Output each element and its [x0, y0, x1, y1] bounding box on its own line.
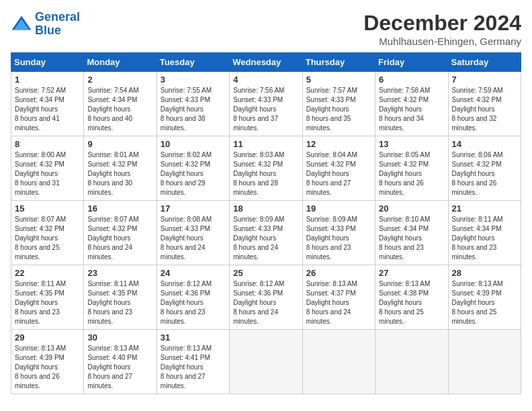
calendar-cell: 27 Sunrise: 8:13 AM Sunset: 4:38 PM Dayl… — [375, 265, 448, 330]
calendar-cell — [375, 330, 448, 394]
cell-info: Sunrise: 8:13 AM Sunset: 4:41 PM Dayligh… — [161, 344, 226, 391]
col-wednesday: Wednesday — [230, 53, 302, 72]
calendar-cell: 19 Sunrise: 8:09 AM Sunset: 4:33 PM Dayl… — [302, 201, 375, 265]
day-number: 13 — [379, 139, 444, 149]
cell-info: Sunrise: 7:55 AM Sunset: 4:33 PM Dayligh… — [161, 86, 226, 133]
page-header: General Blue December 2024 Muhlhausen-Eh… — [11, 11, 521, 47]
cell-info: Sunrise: 8:13 AM Sunset: 4:40 PM Dayligh… — [87, 344, 152, 391]
day-number: 16 — [87, 203, 152, 214]
col-sunday: Sunday — [11, 53, 84, 72]
calendar-cell — [448, 330, 521, 394]
calendar-cell: 4 Sunrise: 7:56 AM Sunset: 4:33 PM Dayli… — [230, 72, 302, 136]
cell-info: Sunrise: 8:09 AM Sunset: 4:33 PM Dayligh… — [306, 215, 371, 262]
cell-info: Sunrise: 7:52 AM Sunset: 4:34 PM Dayligh… — [15, 86, 80, 133]
cell-info: Sunrise: 8:10 AM Sunset: 4:34 PM Dayligh… — [379, 215, 444, 262]
day-number: 2 — [87, 75, 152, 85]
calendar-cell: 30 Sunrise: 8:13 AM Sunset: 4:40 PM Dayl… — [84, 330, 157, 394]
day-number: 17 — [161, 203, 226, 214]
cell-info: Sunrise: 8:08 AM Sunset: 4:33 PM Dayligh… — [161, 215, 226, 262]
calendar-cell: 10 Sunrise: 8:02 AM Sunset: 4:32 PM Dayl… — [157, 136, 229, 201]
day-number: 5 — [306, 75, 371, 85]
day-number: 12 — [306, 139, 371, 149]
calendar-cell — [302, 330, 375, 394]
cell-info: Sunrise: 8:11 AM Sunset: 4:34 PM Dayligh… — [452, 215, 517, 262]
header-row: Sunday Monday Tuesday Wednesday Thursday… — [11, 53, 521, 72]
day-number: 7 — [452, 75, 517, 85]
cell-info: Sunrise: 7:56 AM Sunset: 4:33 PM Dayligh… — [233, 86, 298, 133]
calendar-cell: 31 Sunrise: 8:13 AM Sunset: 4:41 PM Dayl… — [157, 330, 229, 394]
calendar-cell: 28 Sunrise: 8:13 AM Sunset: 4:39 PM Dayl… — [448, 265, 521, 330]
cell-info: Sunrise: 8:02 AM Sunset: 4:32 PM Dayligh… — [161, 150, 226, 197]
calendar-cell: 24 Sunrise: 8:12 AM Sunset: 4:36 PM Dayl… — [157, 265, 229, 330]
cell-info: Sunrise: 7:54 AM Sunset: 4:34 PM Dayligh… — [87, 86, 152, 133]
calendar-cell — [230, 330, 302, 394]
calendar-week-3: 15 Sunrise: 8:07 AM Sunset: 4:32 PM Dayl… — [11, 201, 521, 265]
calendar-week-5: 29 Sunrise: 8:13 AM Sunset: 4:39 PM Dayl… — [11, 330, 521, 394]
calendar-table: Sunday Monday Tuesday Wednesday Thursday… — [11, 52, 521, 394]
calendar-cell: 29 Sunrise: 8:13 AM Sunset: 4:39 PM Dayl… — [11, 330, 84, 394]
day-number: 6 — [379, 75, 444, 85]
day-number: 20 — [379, 203, 444, 214]
day-number: 10 — [161, 139, 226, 149]
calendar-cell: 11 Sunrise: 8:03 AM Sunset: 4:32 PM Dayl… — [230, 136, 302, 201]
calendar-cell: 20 Sunrise: 8:10 AM Sunset: 4:34 PM Dayl… — [375, 201, 448, 265]
cell-info: Sunrise: 8:03 AM Sunset: 4:32 PM Dayligh… — [233, 150, 298, 197]
calendar-cell: 9 Sunrise: 8:01 AM Sunset: 4:32 PM Dayli… — [84, 136, 157, 201]
cell-info: Sunrise: 8:07 AM Sunset: 4:32 PM Dayligh… — [15, 215, 80, 262]
title-block: December 2024 Muhlhausen-Ehingen, German… — [363, 11, 521, 47]
cell-info: Sunrise: 7:59 AM Sunset: 4:32 PM Dayligh… — [452, 86, 517, 133]
day-number: 24 — [161, 268, 226, 278]
cell-info: Sunrise: 8:13 AM Sunset: 4:38 PM Dayligh… — [379, 279, 444, 326]
cell-info: Sunrise: 8:07 AM Sunset: 4:32 PM Dayligh… — [87, 215, 152, 262]
day-number: 18 — [233, 203, 298, 214]
day-number: 3 — [161, 75, 226, 85]
cell-info: Sunrise: 7:57 AM Sunset: 4:33 PM Dayligh… — [306, 86, 371, 133]
calendar-cell: 18 Sunrise: 8:09 AM Sunset: 4:33 PM Dayl… — [230, 201, 302, 265]
calendar-cell: 16 Sunrise: 8:07 AM Sunset: 4:32 PM Dayl… — [84, 201, 157, 265]
calendar-cell: 8 Sunrise: 8:00 AM Sunset: 4:32 PM Dayli… — [11, 136, 84, 201]
cell-info: Sunrise: 8:05 AM Sunset: 4:32 PM Dayligh… — [379, 150, 444, 197]
cell-info: Sunrise: 8:01 AM Sunset: 4:32 PM Dayligh… — [87, 150, 152, 197]
cell-info: Sunrise: 8:11 AM Sunset: 4:35 PM Dayligh… — [15, 279, 80, 326]
day-number: 9 — [87, 139, 152, 149]
day-number: 25 — [233, 268, 298, 278]
calendar-cell: 26 Sunrise: 8:13 AM Sunset: 4:37 PM Dayl… — [302, 265, 375, 330]
cell-info: Sunrise: 8:09 AM Sunset: 4:33 PM Dayligh… — [233, 215, 298, 262]
col-saturday: Saturday — [448, 53, 521, 72]
calendar-cell: 12 Sunrise: 8:04 AM Sunset: 4:32 PM Dayl… — [302, 136, 375, 201]
day-number: 11 — [233, 139, 298, 149]
calendar-cell: 21 Sunrise: 8:11 AM Sunset: 4:34 PM Dayl… — [448, 201, 521, 265]
day-number: 4 — [233, 75, 298, 85]
calendar-week-4: 22 Sunrise: 8:11 AM Sunset: 4:35 PM Dayl… — [11, 265, 521, 330]
cell-info: Sunrise: 8:04 AM Sunset: 4:32 PM Dayligh… — [306, 150, 371, 197]
day-number: 28 — [452, 268, 517, 278]
cell-info: Sunrise: 8:13 AM Sunset: 4:37 PM Dayligh… — [306, 279, 371, 326]
cell-info: Sunrise: 8:12 AM Sunset: 4:36 PM Dayligh… — [161, 279, 226, 326]
cell-info: Sunrise: 7:58 AM Sunset: 4:32 PM Dayligh… — [379, 86, 444, 133]
logo-icon — [11, 15, 32, 34]
day-number: 21 — [452, 203, 517, 214]
calendar-cell: 13 Sunrise: 8:05 AM Sunset: 4:32 PM Dayl… — [375, 136, 448, 201]
calendar-cell: 7 Sunrise: 7:59 AM Sunset: 4:32 PM Dayli… — [448, 72, 521, 136]
day-number: 1 — [15, 75, 80, 85]
logo-line1: General — [35, 10, 80, 24]
calendar-title: December 2024 — [363, 11, 521, 36]
cell-info: Sunrise: 8:11 AM Sunset: 4:35 PM Dayligh… — [87, 279, 152, 326]
calendar-cell: 23 Sunrise: 8:11 AM Sunset: 4:35 PM Dayl… — [84, 265, 157, 330]
day-number: 30 — [87, 332, 152, 342]
cell-info: Sunrise: 8:12 AM Sunset: 4:36 PM Dayligh… — [233, 279, 298, 326]
day-number: 27 — [379, 268, 444, 278]
col-tuesday: Tuesday — [157, 53, 229, 72]
day-number: 22 — [15, 268, 80, 278]
calendar-cell: 15 Sunrise: 8:07 AM Sunset: 4:32 PM Dayl… — [11, 201, 84, 265]
calendar-week-2: 8 Sunrise: 8:00 AM Sunset: 4:32 PM Dayli… — [11, 136, 521, 201]
calendar-subtitle: Muhlhausen-Ehingen, Germany — [363, 36, 521, 47]
col-monday: Monday — [84, 53, 157, 72]
cell-info: Sunrise: 8:13 AM Sunset: 4:39 PM Dayligh… — [15, 344, 80, 391]
cell-info: Sunrise: 8:06 AM Sunset: 4:32 PM Dayligh… — [452, 150, 517, 197]
calendar-cell: 14 Sunrise: 8:06 AM Sunset: 4:32 PM Dayl… — [448, 136, 521, 201]
cell-info: Sunrise: 8:00 AM Sunset: 4:32 PM Dayligh… — [15, 150, 80, 197]
logo-line2: Blue — [35, 24, 61, 37]
calendar-cell: 3 Sunrise: 7:55 AM Sunset: 4:33 PM Dayli… — [157, 72, 229, 136]
day-number: 31 — [161, 332, 226, 342]
